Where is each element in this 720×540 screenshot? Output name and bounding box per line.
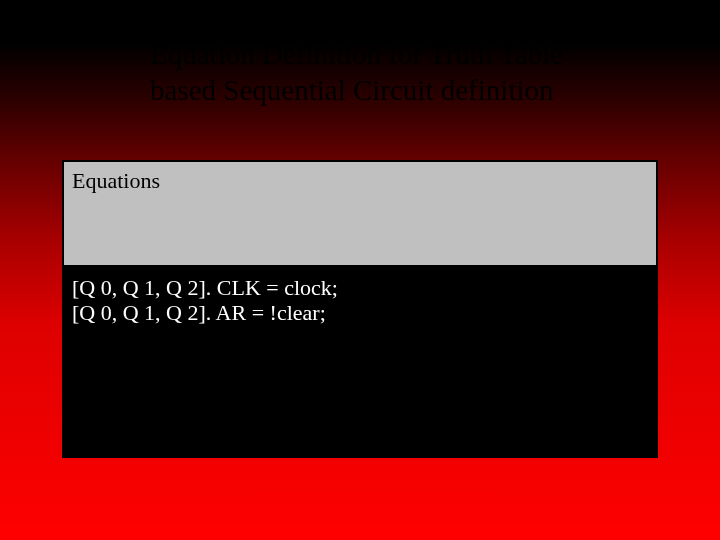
equations-block: [Q 0, Q 1, Q 2]. CLK = clock; [Q 0, Q 1,… [72,275,338,326]
equations-box: Equations [Q 0, Q 1, Q 2]. CLK = clock; … [62,160,658,458]
equations-header-band: Equations [64,162,656,265]
equation-line-1: [Q 0, Q 1, Q 2]. CLK = clock; [72,275,338,300]
slide-title: Equation Definition for Truth Table base… [150,36,650,109]
slide-title-line2: based Sequential Circuit definition [150,74,554,106]
equation-line-2: [Q 0, Q 1, Q 2]. AR = !clear; [72,300,338,325]
slide-title-line1: Equation Definition for Truth Table [150,38,563,70]
equations-header-label: Equations [72,168,160,194]
